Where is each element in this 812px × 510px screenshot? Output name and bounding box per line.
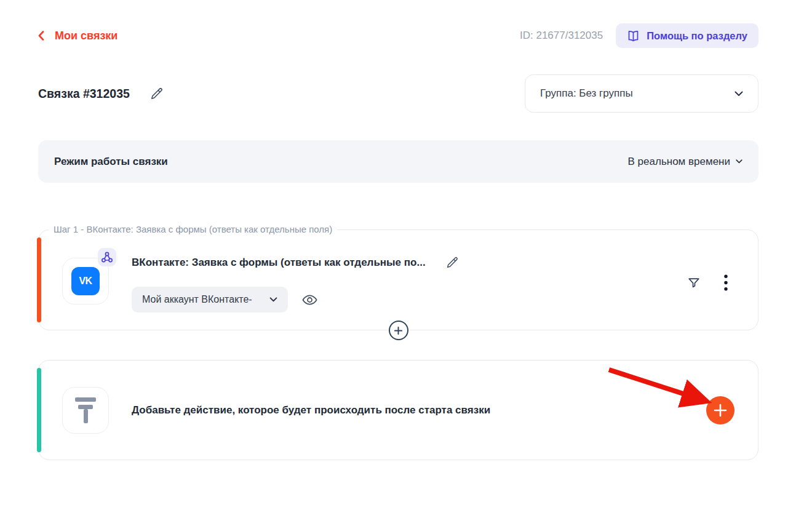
- group-select-value: Группа: Без группы: [540, 87, 633, 100]
- step1-text-block: ВКонтакте: Заявка с формы (ответы как от…: [132, 258, 459, 313]
- back-link-label: Мои связки: [55, 30, 117, 42]
- webhook-badge-icon: [98, 248, 116, 266]
- back-link[interactable]: Мои связки: [38, 30, 117, 42]
- page: Мои связки ID: 21677/312035 Помощь по ра…: [0, 0, 812, 510]
- bundle-id-text: ID: 21677/312035: [520, 30, 603, 42]
- title-row: Связка #312035 Группа: Без группы: [38, 74, 758, 113]
- edit-step-button[interactable]: [445, 256, 459, 269]
- vk-app-icon: VK: [62, 258, 109, 305]
- preview-button[interactable]: [301, 292, 318, 308]
- step1-legend: Шаг 1 - ВКонтакте: Заявка с формы (ответ…: [49, 224, 337, 234]
- action-card: Добавьте действие, которое будет происхо…: [38, 360, 758, 460]
- plus-icon: [714, 404, 727, 417]
- mode-bar-label: Режим работы связки: [54, 156, 168, 168]
- group-select[interactable]: Группа: Без группы: [525, 74, 758, 113]
- chevron-left-icon: [38, 31, 44, 41]
- page-title: Связка #312035: [38, 87, 130, 101]
- add-action-button[interactable]: [706, 396, 734, 424]
- action-placeholder-icon: [62, 387, 109, 434]
- book-icon: [627, 30, 640, 42]
- help-button-label: Помощь по разделу: [647, 30, 747, 42]
- chevron-down-icon: [734, 91, 743, 97]
- chevron-down-icon: [736, 159, 742, 164]
- account-select-value: Мой аккаунт ВКонтакте-: [142, 294, 252, 305]
- mode-select[interactable]: В реальном времени: [628, 156, 742, 168]
- bundle-title-block: Связка #312035: [38, 87, 164, 101]
- mode-select-value: В реальном времени: [628, 156, 730, 168]
- kebab-menu-button[interactable]: [724, 274, 728, 291]
- vk-icon: VK: [71, 267, 100, 295]
- header-right: ID: 21677/312035 Помощь по разделу: [520, 23, 758, 48]
- funnel-icon: [687, 276, 701, 290]
- step1-card: Шаг 1 - ВКонтакте: Заявка с формы (ответ…: [38, 229, 758, 330]
- account-select[interactable]: Мой аккаунт ВКонтакте-: [132, 287, 288, 313]
- action-accent-bar: [37, 368, 41, 452]
- header: Мои связки ID: 21677/312035 Помощь по ра…: [38, 23, 758, 48]
- action-placeholder-text: Добавьте действие, которое будет происхо…: [132, 404, 706, 416]
- plus-icon: [394, 327, 402, 335]
- mode-bar: Режим работы связки В реальном времени: [38, 140, 758, 183]
- step1-title: ВКонтакте: Заявка с формы (ответы как от…: [132, 257, 426, 269]
- eye-icon: [301, 292, 318, 308]
- help-button[interactable]: Помощь по разделу: [616, 23, 758, 48]
- kebab-menu-icon: [724, 274, 728, 291]
- add-step-button[interactable]: [389, 321, 408, 340]
- filter-button[interactable]: [687, 276, 701, 290]
- tenge-icon: [75, 397, 96, 423]
- pencil-icon: [445, 256, 459, 269]
- pencil-icon: [149, 87, 164, 101]
- step1-tools: [687, 274, 728, 291]
- step1-content: VK ВКонтакте: Заявка с формы (ответы как…: [62, 258, 459, 313]
- edit-title-button[interactable]: [149, 87, 164, 101]
- step1-accent-bar: [37, 237, 41, 322]
- chevron-down-icon: [269, 297, 277, 302]
